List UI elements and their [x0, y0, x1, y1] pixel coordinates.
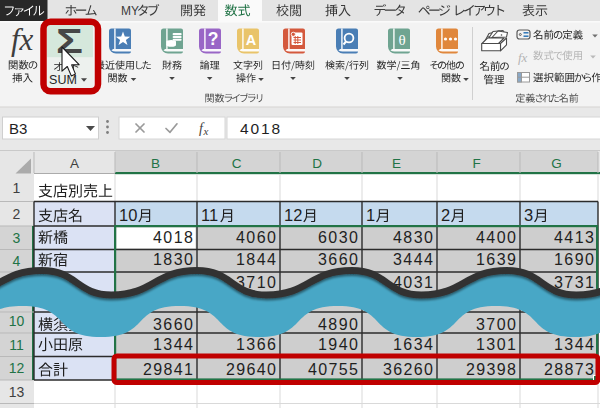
- svg-text:MY: MY: [121, 4, 139, 18]
- svg-text:2: 2: [441, 206, 450, 224]
- svg-text:4060: 4060: [236, 229, 276, 246]
- svg-text:36260: 36260: [383, 361, 433, 378]
- svg-text:10: 10: [9, 313, 25, 329]
- svg-text:1366: 1366: [236, 336, 276, 353]
- svg-text:F: F: [472, 156, 480, 171]
- svg-text:1: 1: [366, 206, 375, 224]
- svg-text:C: C: [232, 156, 242, 171]
- svg-text:E: E: [392, 156, 401, 171]
- svg-text:11: 11: [201, 206, 218, 224]
- svg-text:1830: 1830: [153, 251, 193, 268]
- svg-text:1690: 1690: [554, 251, 594, 268]
- svg-text:11: 11: [9, 337, 24, 353]
- svg-text:4: 4: [13, 253, 21, 269]
- svg-text:G: G: [551, 156, 562, 171]
- svg-text:4413: 4413: [554, 229, 594, 246]
- svg-text:B: B: [151, 156, 160, 171]
- svg-text:4018: 4018: [153, 229, 193, 246]
- svg-text:4890: 4890: [318, 316, 358, 333]
- svg-text:12: 12: [9, 360, 25, 376]
- svg-text:28873: 28873: [544, 361, 594, 378]
- svg-text:A: A: [246, 32, 257, 48]
- svg-text:4018: 4018: [240, 120, 280, 137]
- svg-text:fx: fx: [518, 50, 528, 65]
- svg-text:3: 3: [13, 230, 21, 246]
- svg-text:12: 12: [284, 206, 302, 224]
- svg-text:1940: 1940: [318, 336, 358, 353]
- svg-text:1634: 1634: [393, 336, 433, 353]
- svg-text:1639: 1639: [476, 251, 516, 268]
- svg-text:1844: 1844: [236, 251, 276, 268]
- svg-text:3: 3: [524, 206, 533, 224]
- svg-text:10: 10: [119, 206, 137, 224]
- svg-text:13: 13: [9, 384, 25, 400]
- svg-text:29398: 29398: [466, 361, 516, 378]
- svg-text:D: D: [312, 156, 322, 171]
- svg-text:B3: B3: [9, 120, 27, 137]
- svg-text:A: A: [70, 156, 79, 171]
- svg-text:4830: 4830: [393, 229, 433, 246]
- svg-text:1: 1: [13, 180, 21, 196]
- svg-text:θ: θ: [398, 32, 405, 48]
- svg-text:1344: 1344: [554, 336, 594, 353]
- svg-text:3731: 3731: [554, 274, 594, 291]
- svg-text:3444: 3444: [393, 251, 433, 268]
- svg-text:29640: 29640: [226, 361, 276, 378]
- svg-text:6030: 6030: [318, 229, 358, 246]
- svg-text:4400: 4400: [476, 229, 516, 246]
- svg-text:2: 2: [13, 206, 21, 222]
- svg-text:1344: 1344: [153, 336, 193, 353]
- svg-text:3660: 3660: [153, 316, 193, 333]
- svg-text:3700: 3700: [476, 316, 516, 333]
- svg-text:3660: 3660: [318, 251, 358, 268]
- svg-text:1301: 1301: [476, 336, 516, 353]
- svg-text:?: ?: [208, 29, 219, 49]
- svg-text:29841: 29841: [143, 361, 193, 378]
- svg-text:fx: fx: [11, 22, 34, 57]
- svg-text:40755: 40755: [308, 361, 358, 378]
